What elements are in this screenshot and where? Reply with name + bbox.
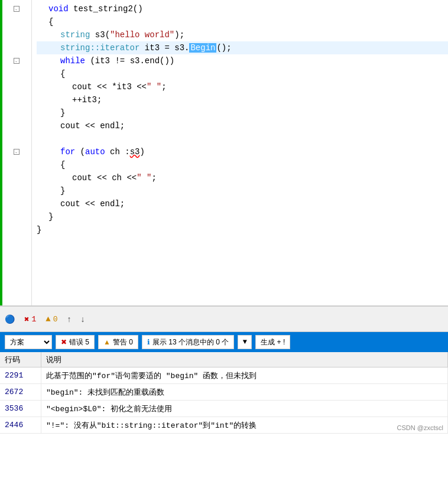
code-line: cout << ch << " " ; [37,171,448,184]
line-number-gutter: - - - [2,0,32,305]
string-literal: "hello world" [110,30,174,40]
solution-select[interactable]: 方案 [5,335,52,349]
code-line-highlighted: string::iterator it3 = s3. Begin (); [37,41,448,54]
gutter-line [2,184,31,197]
error-line-num: 2291 [0,367,41,383]
collapse-btn[interactable]: - [14,149,20,155]
error-row[interactable]: 2291 此基于范围的"for"语句需要适的 "begin" 函数，但未找到 [0,367,448,384]
error-button[interactable]: ✖ 错误 5 [56,335,95,349]
info-button[interactable]: ℹ 展示 13 个消息中的 0 个 [142,335,234,349]
collapse-btn[interactable]: - [14,6,20,12]
code-line: void test_string2() [37,2,448,15]
highlighted-token: Begin [189,43,216,53]
code-text: (); [216,43,231,53]
code-text: ; [161,82,166,92]
gutter-line [2,210,31,223]
code-text: } [48,212,53,222]
gutter-line: - [2,145,31,158]
error-btn-label: 错误 5 [69,337,89,347]
warn-number: 0 [53,315,58,324]
error-line-num: 3536 [0,401,41,417]
collapse-btn[interactable]: - [14,58,20,64]
code-text: } [37,225,41,235]
error-desc: "begin": 未找到匹配的重载函数 [41,384,448,400]
code-text: cout << endl; [60,121,125,131]
warn-button[interactable]: ▲ 警告 0 [98,335,138,349]
error-number: 1 [31,315,36,324]
keyword-while: while [60,56,85,66]
info-icon: ℹ [147,338,150,346]
bottom-panel: 方案 ✖ 错误 5 ▲ 警告 0 ℹ 展示 13 个消息中的 0 个 ▼ 生成 … [0,332,448,434]
error-line-num: 2446 [0,417,41,433]
gutter-line [2,132,31,145]
nav-down-button[interactable]: ↓ [80,314,85,324]
generate-button[interactable]: 生成 + ! [255,335,290,349]
gutter-line [2,197,31,210]
code-text: test_string2() [69,4,143,14]
status-bar: 🔵 ✖ 1 ▲ 0 ↑ ↓ [0,306,448,332]
warn-icon: ▲ [46,314,50,324]
code-text: ( [75,147,85,157]
code-text: { [60,69,65,79]
col-header-line: 行码 [0,352,41,367]
code-text: s3( [90,30,110,40]
warn-icon: ▲ [103,338,111,346]
info-btn-label: 展示 13 个消息中的 0 个 [152,337,229,347]
error-desc: 此基于范围的"for"语句需要适的 "begin" 函数，但未找到 [41,367,448,383]
gutter-line [2,223,31,236]
type-iterator: string::iterator [60,43,139,53]
code-text: ); [174,30,184,40]
code-line: cout << *it3 << " " ; [37,80,448,93]
code-text [48,134,53,144]
code-content: void test_string2() { string s3( "hello … [32,0,448,305]
filter-button[interactable]: ▼ [238,335,252,349]
error-list-header: 行码 说明 [0,352,448,367]
gutter-line [2,171,31,184]
string-literal: " " [147,82,161,92]
code-text: { [48,17,53,27]
gutter-line [2,67,31,80]
code-line: cout << endl; [37,119,448,132]
gutter-line [2,158,31,171]
keyword-auto: auto [85,147,105,157]
nav-up-button[interactable]: ↑ [67,314,71,324]
warn-btn-label: 警告 0 [113,337,133,347]
gutter-line: - [2,54,31,67]
error-row[interactable]: 3536 "<begin>$L0": 初化之前无法使用 [0,401,448,417]
code-line: { [37,158,448,171]
gutter-line [2,15,31,28]
code-text: cout << ch << [72,173,137,183]
error-desc: "<begin>$L0": 初化之前无法使用 [41,401,448,417]
squiggle-s3: s3 [130,147,140,157]
warn-count: ▲ 0 [46,314,57,324]
code-line: } [37,106,448,119]
keyword-for: for [60,147,75,157]
bottom-toolbar: 方案 ✖ 错误 5 ▲ 警告 0 ℹ 展示 13 个消息中的 0 个 ▼ 生成 … [0,332,448,352]
keyword-void: void [48,4,69,14]
code-text: ; [151,173,156,183]
code-line: ++it3; [37,93,448,106]
code-line: string s3( "hello world" ); [37,28,448,41]
error-line-num: 2672 [0,384,41,400]
error-row[interactable]: 2672 "begin": 未找到匹配的重载函数 [0,384,448,401]
code-line: } [37,184,448,197]
watermark: CSDN @zxctscl [397,424,443,431]
code-text: (it3 != s3.end()) [85,56,174,66]
code-line: for ( auto ch : s3 ) [37,145,448,158]
code-line: } [37,210,448,223]
gutter-line: - [2,2,31,15]
code-line: cout << endl; [37,197,448,210]
marker-icon: 🔵 [5,314,15,324]
code-line [37,132,448,145]
gutter-line [2,119,31,132]
gutter-line [2,106,31,119]
filter-icon: ▼ [243,338,247,346]
error-row[interactable]: 2446 "!=": 没有从"bit::string::iterator"到"i… [0,417,448,434]
code-text: ) [139,147,144,157]
code-line: while (it3 != s3.end()) [37,54,448,67]
code-line: { [37,67,448,80]
code-text: cout << endl; [60,199,125,209]
code-text: } [60,108,65,118]
code-text: } [60,186,65,196]
code-line: } [37,223,448,236]
